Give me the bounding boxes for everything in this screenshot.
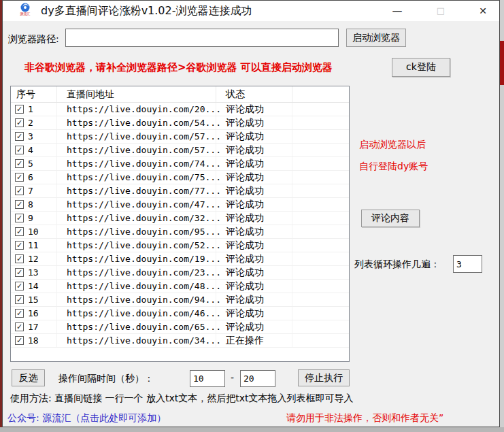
row-checkbox[interactable]: ✓ <box>15 309 24 318</box>
row-url: https://live.douyin.com/52... <box>67 240 221 250</box>
row-checkbox[interactable]: ✓ <box>15 214 24 222</box>
table-row[interactable]: ✓ 7 https://live.douyin.com/77... 评论成功 <box>11 184 349 198</box>
row-number: 16 <box>28 308 39 318</box>
row-number: 9 <box>28 213 33 223</box>
row-number: 11 <box>28 240 39 250</box>
row-checkbox[interactable]: ✓ <box>15 186 24 195</box>
row-number: 12 <box>28 254 39 264</box>
table-row[interactable]: ✓ 15 https://live.douyin.com/94... 评论成功 <box>11 293 349 307</box>
row-number: 8 <box>28 199 33 210</box>
row-status: 评论成功 <box>226 239 264 252</box>
table-row[interactable]: ✓ 12 https://live.douyin.com/19... 评论成功 <box>11 252 349 266</box>
table-body: ✓ 1 https://live.douyin.com/20... 评论成功 ✓… <box>11 103 349 348</box>
comment-content-button[interactable]: 评论内容 <box>361 210 420 227</box>
row-checkbox[interactable]: ✓ <box>15 336 24 345</box>
header-url[interactable]: 直播间地址 <box>57 86 216 102</box>
minimize-button[interactable]: — <box>382 1 412 21</box>
table-row[interactable]: ✓ 4 https://live.douyin.com/57... 评论成功 <box>11 144 349 157</box>
row-checkbox[interactable]: ✓ <box>15 105 24 114</box>
row-checkbox[interactable]: ✓ <box>15 146 24 154</box>
table-row[interactable]: ✓ 1 https://live.douyin.com/20... 评论成功 <box>11 103 349 116</box>
row-checkbox[interactable]: ✓ <box>15 173 24 182</box>
row-status: 评论成功 <box>226 144 264 156</box>
row-number: 7 <box>28 186 33 196</box>
tip-after-launch: 启动浏览器以后 <box>359 139 426 151</box>
row-number: 17 <box>28 322 39 332</box>
row-status: 评论成功 <box>226 321 264 333</box>
row-number: 14 <box>28 281 39 291</box>
table-row[interactable]: ✓ 8 https://live.douyin.com/47... 评论成功 <box>11 198 349 212</box>
row-checkbox[interactable]: ✓ <box>15 241 24 250</box>
disclaimer-text: 请勿用于非法操作，否则和作者无关” <box>286 412 443 425</box>
row-status: 评论成功 <box>226 185 264 197</box>
row-url: https://live.douyin.com/94... <box>67 295 221 305</box>
row-number: 2 <box>28 118 33 128</box>
browser-path-label: 浏览器路径: <box>8 33 59 46</box>
table-row[interactable]: ✓ 3 https://live.douyin.com/57... 评论成功 <box>11 130 349 144</box>
row-url: https://live.douyin.com/32... <box>67 213 221 223</box>
row-checkbox[interactable]: ✓ <box>15 200 24 209</box>
header-status[interactable]: 状态 <box>216 86 292 102</box>
table-row[interactable]: ✓ 2 https://live.douyin.com/54... 评论成功 <box>11 116 349 130</box>
row-checkbox[interactable]: ✓ <box>15 268 24 277</box>
table-row[interactable]: ✓ 5 https://live.douyin.com/74... 评论成功 <box>11 157 349 171</box>
row-checkbox[interactable]: ✓ <box>15 159 24 168</box>
invert-selection-button[interactable]: 反选 <box>12 369 45 386</box>
row-status: 评论成功 <box>226 212 264 225</box>
row-url: https://live.douyin.com/46... <box>67 308 221 318</box>
row-number: 6 <box>28 172 33 182</box>
table-row[interactable]: ✓ 16 https://live.douyin.com/46... 评论成功 <box>11 307 349 320</box>
table-row[interactable]: ✓ 10 https://live.douyin.com/95... 评论成功 <box>11 225 349 239</box>
liveroom-table: 序号 直播间地址 状态 ✓ 1 https://live.douyin.com/… <box>10 86 350 362</box>
row-status: 评论成功 <box>226 253 264 265</box>
app-logo-caption: 源流汇 <box>18 12 33 16</box>
app-logo-icon: 源流汇 <box>18 3 33 19</box>
row-url: https://live.douyin.com/74... <box>67 159 221 169</box>
row-number: 10 <box>28 227 39 237</box>
row-number: 18 <box>28 335 39 346</box>
browser-path-input[interactable] <box>65 29 339 47</box>
row-url: https://live.douyin.com/57... <box>67 131 221 142</box>
table-row[interactable]: ✓ 14 https://live.douyin.com/48... 评论成功 <box>11 280 349 293</box>
row-number: 13 <box>28 267 39 278</box>
row-status: 评论成功 <box>226 117 264 129</box>
row-url: https://live.douyin.com/75... <box>67 172 221 182</box>
row-checkbox[interactable]: ✓ <box>15 118 24 127</box>
loop-count-label: 列表循环操作几遍： <box>354 259 440 271</box>
table-row[interactable]: ✓ 6 https://live.douyin.com/75... 评论成功 <box>11 171 349 184</box>
table-row[interactable]: ✓ 11 https://live.douyin.com/52... 评论成功 <box>11 239 349 252</box>
row-checkbox[interactable]: ✓ <box>15 254 24 263</box>
interval-max-input[interactable] <box>240 370 275 387</box>
row-checkbox[interactable]: ✓ <box>15 227 24 236</box>
row-status: 评论成功 <box>226 308 264 320</box>
row-status: 评论成功 <box>226 103 264 116</box>
row-url: https://live.douyin.com/19... <box>67 254 221 264</box>
close-button[interactable]: ✕ <box>468 1 498 21</box>
table-row[interactable]: ✓ 17 https://live.douyin.com/65... 评论成功 <box>11 320 349 334</box>
row-checkbox[interactable]: ✓ <box>15 282 24 290</box>
row-url: https://live.douyin.com/47... <box>67 199 221 210</box>
row-checkbox[interactable]: ✓ <box>15 322 24 331</box>
browser-warning-text: 非谷歌浏览器，请补全浏览器路径>谷歌浏览器 可以直接启动浏览器 <box>24 61 333 74</box>
row-status: 评论成功 <box>226 226 264 238</box>
public-account-link[interactable]: 公众号: 源流汇（点击此处即可添加） <box>7 412 166 425</box>
row-checkbox[interactable]: ✓ <box>15 132 24 141</box>
row-status: 评论成功 <box>226 280 264 293</box>
ck-login-button[interactable]: ck登陆 <box>392 58 450 77</box>
table-row[interactable]: ✓ 18 https://live.douyin.com/34... 正在操作 <box>11 334 349 348</box>
launch-browser-button[interactable]: 启动浏览器 <box>346 29 406 47</box>
table-row[interactable]: ✓ 9 https://live.douyin.com/32... 评论成功 <box>11 212 349 225</box>
row-status: 评论成功 <box>226 294 264 306</box>
table-row[interactable]: ✓ 13 https://live.douyin.com/23... 评论成功 <box>11 266 349 280</box>
header-index[interactable]: 序号 <box>11 86 57 102</box>
loop-count-input[interactable] <box>453 255 482 273</box>
interval-min-input[interactable] <box>190 370 225 387</box>
row-status: 评论成功 <box>226 171 264 184</box>
row-url: https://live.douyin.com/65... <box>67 322 221 332</box>
row-url: https://live.douyin.com/57... <box>67 145 221 155</box>
row-number: 1 <box>28 104 33 114</box>
maximize-button: □ <box>426 1 456 21</box>
row-checkbox[interactable]: ✓ <box>15 295 24 304</box>
stop-execution-button[interactable]: 停止执行 <box>298 369 350 386</box>
row-url: https://live.douyin.com/77... <box>67 186 221 196</box>
